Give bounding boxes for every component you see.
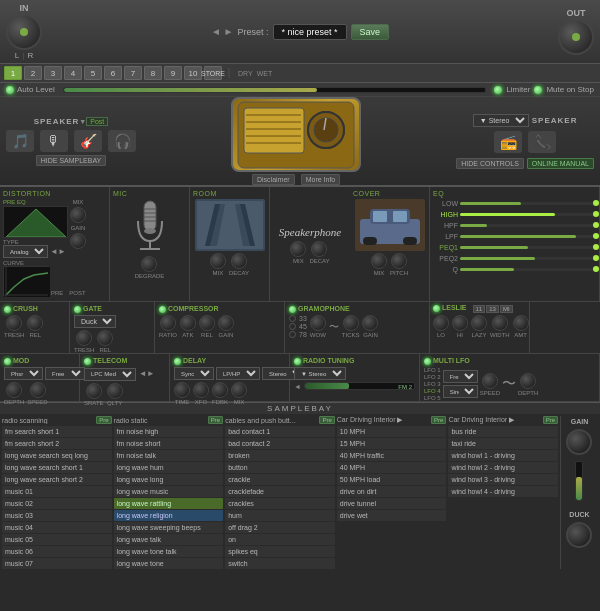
speed-33-radio[interactable] bbox=[289, 315, 296, 322]
radio-stereo-select[interactable]: ▼ Stereo bbox=[294, 367, 346, 380]
sample-car-3[interactable]: 40 MPH traffic bbox=[337, 450, 447, 461]
sample-radio-scanning-3[interactable]: long wave search seq long bbox=[2, 450, 112, 461]
hpf-slider[interactable] bbox=[460, 224, 596, 227]
sample-radio-scanning-9[interactable]: music 04 bbox=[2, 522, 112, 533]
crush-tresh-knob[interactable] bbox=[6, 315, 22, 331]
gramophone-ticks-knob[interactable] bbox=[343, 315, 359, 331]
online-manual-btn[interactable]: ONLINE MANUAL bbox=[527, 158, 594, 169]
sample-cables-1[interactable]: bad contact 1 bbox=[225, 426, 335, 437]
leslie-hi-knob[interactable] bbox=[452, 315, 468, 331]
sample-car-7[interactable]: drive tunnel bbox=[337, 498, 447, 509]
preset-store[interactable]: STORE bbox=[204, 66, 222, 80]
sample-static-4[interactable]: long wave hum bbox=[114, 462, 224, 473]
comp-ratio-knob[interactable] bbox=[160, 315, 176, 331]
speed-78-radio[interactable] bbox=[289, 331, 296, 338]
telecom-type-select[interactable]: LPC Med LPC Lo bbox=[84, 368, 136, 381]
sample-cables-8[interactable]: hum bbox=[225, 510, 335, 521]
q-slider[interactable] bbox=[460, 268, 596, 271]
preset-10[interactable]: 10 bbox=[184, 66, 202, 80]
dry-wet-bar[interactable] bbox=[228, 68, 230, 78]
radio-icon[interactable]: 📻 bbox=[494, 131, 522, 153]
sample-wind-4[interactable]: wind howl 2 - driving bbox=[448, 462, 558, 473]
peq1-slider[interactable] bbox=[460, 246, 596, 249]
duck-knob-samplebay[interactable] bbox=[566, 522, 592, 548]
degrade-knob[interactable] bbox=[141, 256, 157, 272]
sample-wind-1[interactable]: bus ride bbox=[448, 426, 558, 437]
mod-speed-knob[interactable] bbox=[30, 382, 46, 398]
high-slider[interactable] bbox=[460, 213, 596, 216]
leslie-btn-11[interactable]: 11 bbox=[473, 305, 486, 313]
sample-car-4[interactable]: 40 MPH bbox=[337, 462, 447, 473]
comp-atk-knob[interactable] bbox=[180, 315, 196, 331]
mod-free-select[interactable]: Free Sync bbox=[45, 367, 85, 380]
sample-cables-10[interactable]: on bbox=[225, 534, 335, 545]
sample-static-8[interactable]: long wave religion bbox=[114, 510, 224, 521]
hide-samplebay-btn[interactable]: HIDE SAMPLEBAY bbox=[36, 155, 107, 166]
lfo-free-select[interactable]: Free Sync bbox=[443, 370, 478, 383]
leslie-lazy-knob[interactable] bbox=[471, 315, 487, 331]
sample-car-8[interactable]: drive wet bbox=[337, 510, 447, 521]
sample-static-1[interactable]: fm noise high bbox=[114, 426, 224, 437]
sample-cables-2[interactable]: bad contact 2 bbox=[225, 438, 335, 449]
gain-knob-samplebay[interactable] bbox=[566, 429, 592, 455]
sample-radio-scanning-5[interactable]: long wave search short 2 bbox=[2, 474, 112, 485]
sample-static-6[interactable]: long wave music bbox=[114, 486, 224, 497]
guitar-icon[interactable]: 🎸 bbox=[74, 130, 102, 152]
cover-mix-knob[interactable] bbox=[371, 253, 387, 269]
sample-radio-scanning-1[interactable]: fm search short 1 bbox=[2, 426, 112, 437]
radio-arrow-left[interactable]: ◄ bbox=[294, 383, 301, 390]
sample-cables-5[interactable]: crackle bbox=[225, 474, 335, 485]
gate-rel-knob[interactable] bbox=[97, 330, 113, 346]
sample-radio-scanning-4[interactable]: long wave search short 1 bbox=[2, 462, 112, 473]
sample-radio-scanning-2[interactable]: fm search short 2 bbox=[2, 438, 112, 449]
distortion-mix-knob[interactable] bbox=[70, 207, 86, 223]
cover-pitch-knob[interactable] bbox=[391, 253, 407, 269]
disclaimer-btn[interactable]: Disclaimer bbox=[252, 174, 295, 185]
sample-car-2[interactable]: 15 MPH bbox=[337, 438, 447, 449]
sample-car-6[interactable]: drive on dirt bbox=[337, 486, 447, 497]
room-decay-knob[interactable] bbox=[231, 253, 247, 269]
gramophone-wow-knob[interactable] bbox=[310, 315, 326, 331]
lpf-slider[interactable] bbox=[460, 235, 596, 238]
mic-icon-sp[interactable]: 🎙 bbox=[40, 130, 68, 152]
comp-rel-knob[interactable] bbox=[199, 315, 215, 331]
post-btn-left[interactable]: Post bbox=[86, 117, 108, 126]
delay-sync-select[interactable]: Sync Free bbox=[174, 367, 214, 380]
sample-car-1[interactable]: 10 MPH bbox=[337, 426, 447, 437]
low-slider[interactable] bbox=[460, 202, 596, 205]
preset-4[interactable]: 4 bbox=[64, 66, 82, 80]
lfo-speed-knob[interactable] bbox=[482, 373, 498, 389]
radio-tuning-bar[interactable]: FM 2 bbox=[304, 382, 415, 390]
sample-wind-3[interactable]: wind howl 1 - driving bbox=[448, 450, 558, 461]
preset-6[interactable]: 6 bbox=[104, 66, 122, 80]
out-knob[interactable] bbox=[558, 19, 594, 55]
sp-mix-knob[interactable] bbox=[290, 241, 306, 257]
sample-static-3[interactable]: fm noise talk bbox=[114, 450, 224, 461]
sample-cables-4[interactable]: button bbox=[225, 462, 335, 473]
telecom-srate-knob[interactable] bbox=[86, 383, 102, 399]
sample-radio-scanning-7[interactable]: music 02 bbox=[2, 498, 112, 509]
preset-9[interactable]: 9 bbox=[164, 66, 182, 80]
sample-static-7[interactable]: long wave rattling bbox=[114, 498, 224, 509]
sample-cables-3[interactable]: broken bbox=[225, 450, 335, 461]
headphones-icon[interactable]: 🎧 bbox=[108, 130, 136, 152]
sample-radio-scanning-10[interactable]: music 05 bbox=[2, 534, 112, 545]
sample-static-9[interactable]: long wave sweeping beeps bbox=[114, 522, 224, 533]
sample-radio-scanning-6[interactable]: music 01 bbox=[2, 486, 112, 497]
preset-8[interactable]: 8 bbox=[144, 66, 162, 80]
sample-wind-2[interactable]: taxi ride bbox=[448, 438, 558, 449]
delay-lphp-select[interactable]: LP/HP bbox=[216, 367, 260, 380]
sample-radio-scanning-11[interactable]: music 06 bbox=[2, 546, 112, 557]
sample-static-12[interactable]: long wave tone bbox=[114, 558, 224, 569]
leslie-btn-mi[interactable]: MI bbox=[500, 305, 513, 313]
telecom-arrows[interactable]: ◄► bbox=[139, 369, 155, 378]
leslie-amt-knob[interactable] bbox=[513, 315, 529, 331]
type-select[interactable]: Analog bbox=[3, 245, 48, 258]
leslie-lo-knob[interactable] bbox=[433, 315, 449, 331]
sp-decay-knob[interactable] bbox=[311, 241, 327, 257]
speed-45-radio[interactable] bbox=[289, 323, 296, 330]
delay-fdbk-knob[interactable] bbox=[212, 382, 228, 398]
col-1-pre[interactable]: Pre bbox=[96, 416, 111, 424]
mod-type-select[interactable]: Phsr Flng bbox=[4, 367, 43, 380]
telecom-qlty-knob[interactable] bbox=[107, 383, 123, 399]
